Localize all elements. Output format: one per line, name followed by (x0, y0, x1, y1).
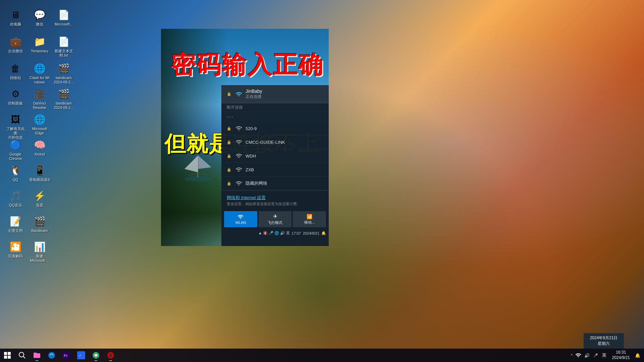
tray-chevron-icon[interactable]: ^ (570, 354, 573, 357)
ime-label: 英 (602, 352, 606, 358)
taskbar-obs[interactable] (103, 349, 118, 362)
network-internet-settings-link[interactable]: 网络和 Internet 设置 (227, 195, 323, 201)
leidian-icon: 📱 (33, 164, 46, 177)
start-button[interactable] (0, 349, 15, 362)
clash-label: Clash for Windows (29, 76, 50, 84)
desktop-icon-edge[interactable]: 🌐 MicrosoftEdge (28, 111, 52, 137)
wifi-network-cmcc[interactable]: 🔒 CMCC-GUIDE-LINK (221, 135, 329, 149)
desktop-icon-temporary[interactable]: 📁 Temporary (28, 34, 52, 55)
lock-icon-zxb: 🔒 (227, 168, 231, 172)
ssid-hidden: 隐藏的网络 (246, 180, 267, 186)
desktop-icon-qq[interactable]: 🐧 QQ (3, 162, 28, 183)
davinci-label: DaVinciResolve (33, 101, 46, 110)
shijue-icon: 📝 (9, 215, 22, 228)
taskbar-search[interactable] (15, 349, 30, 362)
recycle-label: 此电脑 (10, 22, 21, 26)
desktop-icon-enterprise-wechat[interactable]: 💼 企业微信 (3, 34, 28, 55)
svg-rect-5 (8, 352, 11, 355)
svg-point-17 (109, 354, 112, 357)
wifi-network-zxb[interactable]: 🔒 ZXB (221, 163, 329, 177)
wifi-icon-cmcc (235, 139, 242, 145)
wechat-taskbar-icon: 💬 (92, 351, 100, 359)
desktop-icon-davinci[interactable]: 🎥 DaVinciResolve (28, 86, 52, 111)
enterprise-wechat-icon: 💼 (9, 35, 22, 48)
wifi-icon-wdh (235, 153, 242, 159)
disconnect-link[interactable]: 断开连接 (221, 103, 329, 112)
enterprise-wechat-label: 企业微信 (8, 49, 23, 53)
ssid-520-9: 520-9 (246, 126, 257, 131)
wifi-network-panel[interactable]: 🔒 JinBaby 正在连接 断开连接 ··· 🔒 520-9 🔒 (221, 85, 329, 246)
network-settings-section: 网络和 Internet 设置 更改设置，例如将某连接设置为按流量计费。 (221, 190, 329, 208)
desktop-icon-wechat[interactable]: 💬 微信 (28, 7, 52, 28)
ssid-zxb: ZXB (246, 167, 254, 172)
desktop-icon-bandicam2[interactable]: 🎬 bandicam2024-09-2... (52, 86, 76, 111)
wifi-signal-icon (235, 91, 242, 98)
svg-point-8 (19, 352, 24, 357)
bandicam3-icon: 🎬 (33, 215, 46, 228)
desktop-icon-control-panel[interactable]: ⚙ 控制面板 (3, 86, 28, 107)
wlan-toggle[interactable]: WLAN (224, 211, 257, 227)
desktop-icon-microsoft[interactable]: 📄 Microsoft... (52, 7, 76, 28)
temporary-label: Temporary (31, 49, 48, 53)
desktop-icon-shijue[interactable]: 📝 石墨文档 (3, 213, 28, 234)
svg-rect-6 (4, 356, 7, 359)
airplane-icon: ✈ (273, 213, 277, 220)
tray-ime-icon[interactable]: 英 (601, 349, 608, 362)
tray-wifi-icon[interactable] (575, 349, 582, 362)
wifi-icon-zxb (235, 166, 242, 173)
taskbar-file-explorer[interactable] (30, 349, 44, 362)
svg-text:Pr: Pr (64, 354, 68, 358)
desktop-icon-chrome[interactable]: 🔵 GoogleChrome (3, 137, 28, 162)
wanchengma-icon: 🎦 (9, 240, 22, 253)
taskbar-wechat[interactable]: 💬 (89, 349, 103, 362)
taskbar-premiere[interactable]: Pr (59, 349, 74, 362)
tray-volume-icon[interactable]: 🔊 (583, 349, 591, 362)
desktop-icon-recycle-bin[interactable]: 🗑 回收站 (3, 60, 28, 81)
recycle-bin-icon: 🖥 (9, 8, 22, 21)
obs-icon (107, 351, 115, 359)
notification-bell-icon: 🔔 (321, 231, 326, 235)
tray-mic-icon[interactable]: 🎤 (592, 349, 599, 362)
desktop-icon-xunlei[interactable]: ⚡ 迅雷 (28, 188, 52, 209)
premiere-icon: Pr (62, 351, 70, 359)
taskbar-todo[interactable]: ✓ (74, 349, 89, 362)
taskbar-right-tray: ^ 🔊 🎤 英 16:31 2024/9/21 🔔 (570, 349, 644, 362)
desktop-icon-bandicam3[interactable]: 🎬 Bandicam (28, 213, 52, 234)
connected-status: 正在连接 (246, 94, 262, 100)
taskbar-edge[interactable] (44, 349, 59, 362)
mobile-toggle[interactable]: 📶 移动... (293, 211, 326, 227)
new-excel-icon: 📊 (33, 240, 46, 253)
desktop-icon-xmind[interactable]: 🧠 Xmind (28, 137, 52, 158)
desktop-icon-new-text[interactable]: 📄 新建文本文档.txt (52, 34, 76, 59)
text-file-icon: 📄 (57, 35, 70, 48)
edge-label: MicrosoftEdge (32, 127, 47, 135)
wifi-network-520-9[interactable]: 🔒 520-9 (221, 122, 329, 135)
wifi-panel-clock: ▲ 🔇 🎤 🌐 🔊 英 17:07 2024/9/21 🔔 (221, 230, 329, 236)
svg-text:✓: ✓ (79, 354, 82, 357)
windows-logo-icon (3, 351, 11, 359)
airplane-label: 飞行模式 (268, 220, 282, 225)
desktop-icon-leidian[interactable]: 📱 雷电模拟器9 (28, 162, 52, 183)
airplane-mode-toggle[interactable]: ✈ 飞行模式 (259, 211, 292, 227)
bandicam2-icon: 🎬 (57, 87, 70, 101)
edge-icon: 🌐 (33, 113, 46, 126)
xmind-icon: 🧠 (33, 138, 46, 152)
desktop-icon-qqmusic[interactable]: 🎵 QQ音乐 (3, 188, 28, 209)
qq-label: QQ (12, 178, 18, 182)
bin-label: 回收站 (10, 76, 21, 80)
new-text-label: 新建文本文档.txt (55, 49, 73, 58)
chrome-icon: 🔵 (9, 138, 22, 152)
desktop-icon-recycle[interactable]: 🖥 此电脑 (3, 7, 28, 28)
davinci-icon: 🎥 (33, 87, 46, 101)
wifi-network-wdh[interactable]: 🔒 WDH (221, 149, 329, 163)
qq-icon: 🐧 (9, 164, 22, 177)
bandicam2-label: bandicam2024-09-2... (54, 101, 73, 110)
desktop-icon-bandicam1[interactable]: 🎬 bandicam2024-09-2... (52, 60, 76, 86)
notification-center-icon[interactable]: 🔔 (634, 349, 641, 362)
taskbar-clock[interactable]: 16:31 2024/9/21 (609, 350, 633, 360)
wifi-icon-hidden (235, 180, 242, 187)
wifi-network-hidden[interactable]: 🔒 隐藏的网络 (221, 177, 329, 190)
desktop-icon-wanchengma[interactable]: 🎦 完美解码 (3, 239, 28, 260)
desktop-icon-new-excel[interactable]: 📊 新建Microsoft ... (28, 239, 52, 264)
desktop-icon-clash[interactable]: 🌐 Clash for Windows (28, 60, 52, 86)
